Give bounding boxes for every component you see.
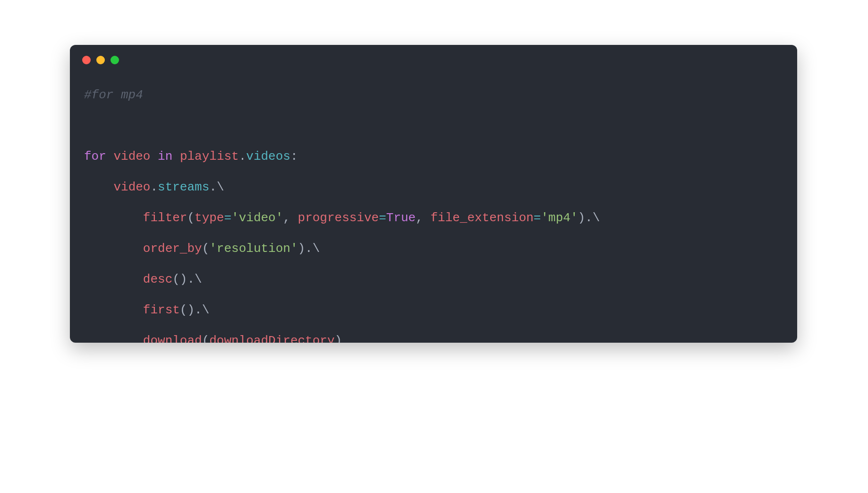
indent [84, 180, 113, 194]
fn-first: first [143, 303, 180, 317]
comma: , [416, 211, 430, 225]
eq: = [224, 211, 231, 225]
kw-in: in [158, 149, 172, 164]
colon: : [290, 149, 298, 164]
code-block: #for mp4 for video in playlist.videos: v… [70, 75, 797, 343]
fn-download: download [143, 334, 202, 343]
arg-download-directory: downloadDirectory [209, 334, 334, 343]
lparen: ( [187, 211, 195, 225]
rparen: ) [180, 272, 187, 286]
fn-desc: desc [143, 272, 172, 286]
eq: = [534, 211, 541, 225]
body-attr: streams [158, 180, 209, 194]
param-file-extension: file_extension [430, 211, 533, 225]
param-type: type [195, 211, 224, 225]
bool-true: True [386, 211, 416, 225]
iter-object: playlist [180, 149, 239, 164]
rparen: ) [578, 211, 585, 225]
str-video: 'video' [231, 211, 283, 225]
close-icon[interactable] [82, 56, 91, 64]
rparen: ) [335, 334, 342, 343]
line-continuation: \ [313, 242, 320, 256]
indent [84, 334, 143, 343]
dot: . [150, 180, 158, 194]
dot: . [305, 242, 313, 256]
lparen: ( [202, 334, 210, 343]
param-progressive: progressive [298, 211, 379, 225]
fn-order-by: order_by [143, 242, 202, 256]
line-continuation: \ [202, 303, 210, 317]
code-window: #for mp4 for video in playlist.videos: v… [70, 45, 797, 343]
str-mp4: 'mp4' [541, 211, 578, 225]
iter-attr: videos [246, 149, 290, 164]
fn-filter: filter [143, 211, 187, 225]
dot: . [585, 211, 593, 225]
indent [84, 211, 143, 225]
code-comment: #for mp4 [84, 88, 143, 102]
str-resolution: 'resolution' [209, 242, 298, 256]
indent [84, 242, 143, 256]
eq: = [379, 211, 386, 225]
dot: . [187, 272, 195, 286]
dot: . [239, 149, 247, 164]
dot: . [195, 303, 202, 317]
lparen: ( [202, 242, 210, 256]
for-variable: video [113, 149, 150, 164]
body-object: video [113, 180, 150, 194]
line-continuation: \ [195, 272, 202, 286]
minimize-icon[interactable] [96, 56, 105, 64]
comma: , [283, 211, 298, 225]
maximize-icon[interactable] [111, 56, 119, 64]
kw-for: for [84, 149, 106, 164]
rparen: ) [187, 303, 195, 317]
indent [84, 272, 143, 286]
lparen: ( [180, 303, 187, 317]
dot: . [209, 180, 217, 194]
line-continuation: \ [593, 211, 600, 225]
window-titlebar [70, 45, 797, 75]
rparen: ) [298, 242, 306, 256]
lparen: ( [172, 272, 180, 286]
line-continuation: \ [217, 180, 224, 194]
indent [84, 303, 143, 317]
